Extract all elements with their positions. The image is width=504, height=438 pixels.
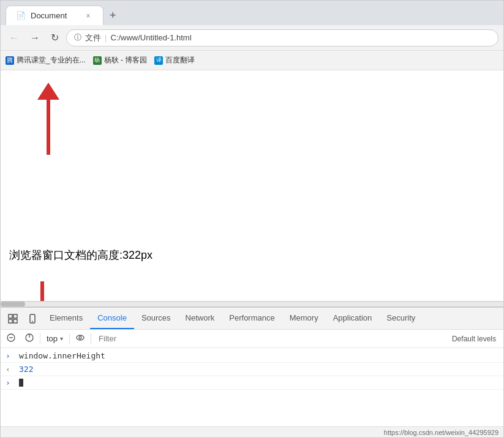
page-height-text: 浏览器窗口文档的高度:322px bbox=[9, 248, 152, 262]
address-url: C:/www/Untitled-1.html bbox=[110, 33, 491, 42]
svg-rect-1 bbox=[13, 314, 17, 318]
status-bar: https://blog.csdn.net/weixin_44295929 bbox=[1, 426, 503, 437]
tab-favicon: 📄 bbox=[16, 11, 26, 20]
devtools-panel: Elements Console Sources Network Perform… bbox=[1, 307, 503, 426]
bookmark-baidu-translate-label: 百度翻译 bbox=[165, 55, 195, 65]
tab-sources-label: Sources bbox=[141, 313, 171, 322]
arrow-down-line bbox=[40, 281, 44, 301]
reload-button[interactable]: ↻ bbox=[47, 29, 62, 46]
cursor-prompt: › bbox=[6, 378, 14, 387]
scrollbar-thumb[interactable] bbox=[1, 302, 25, 306]
arrow-up-line bbox=[47, 100, 50, 155]
clear-icon bbox=[7, 333, 15, 342]
tab-title: Document bbox=[31, 11, 67, 20]
console-filter-input[interactable] bbox=[94, 333, 449, 344]
bookmark-tencent-icon: 腾 bbox=[6, 56, 14, 65]
bookmark-tencent[interactable]: 腾 腾讯课堂_专业的在... bbox=[6, 55, 86, 65]
clear-console-button[interactable] bbox=[3, 332, 19, 345]
console-cursor-line[interactable]: › bbox=[1, 376, 503, 390]
context-label: top bbox=[47, 334, 58, 343]
inspect-element-button[interactable] bbox=[3, 308, 23, 329]
browser-content: 浏览器窗口文档的高度:322px bbox=[1, 70, 503, 437]
horizontal-scrollbar[interactable] bbox=[1, 301, 503, 307]
toolbar-divider bbox=[40, 333, 40, 344]
console-output-line: ‹ 322 bbox=[1, 363, 503, 376]
svg-rect-0 bbox=[9, 314, 12, 318]
tab-elements-label: Elements bbox=[50, 313, 83, 322]
svg-point-11 bbox=[79, 336, 81, 339]
tab-security-label: Security bbox=[386, 313, 415, 322]
console-toolbar: top ▾ Default levels bbox=[1, 330, 503, 348]
tab-console[interactable]: Console bbox=[90, 308, 134, 329]
console-cursor bbox=[19, 379, 23, 387]
page-content: 浏览器窗口文档的高度:322px bbox=[1, 70, 503, 301]
svg-rect-3 bbox=[13, 319, 17, 323]
address-bar[interactable]: ⓘ 文件 | C:/www/Untitled-1.html bbox=[66, 29, 498, 46]
bookmarks-bar: 腾 腾讯课堂_专业的在... 杨 杨耿 - 博客园 译 百度翻译 bbox=[1, 51, 503, 70]
inspect-icon bbox=[8, 314, 18, 324]
tab-bar: 📄 Document × + bbox=[1, 1, 503, 25]
default-levels-label: Default levels bbox=[452, 335, 501, 343]
file-prefix: 文件 bbox=[85, 32, 101, 43]
tab-security[interactable]: Security bbox=[379, 308, 423, 329]
back-button[interactable]: ← bbox=[6, 30, 23, 46]
browser-window: 📄 Document × + ← → ↻ ⓘ 文件 | C:/www/Untit… bbox=[0, 0, 504, 438]
bookmark-baidu-translate-icon: 译 bbox=[154, 56, 163, 65]
tab-elements[interactable]: Elements bbox=[42, 308, 90, 329]
context-selector[interactable]: top ▾ bbox=[43, 333, 67, 344]
output-prompt: ‹ bbox=[6, 365, 14, 374]
toolbar-divider-3 bbox=[91, 333, 91, 344]
address-separator: | bbox=[105, 33, 107, 42]
bookmark-yanggeng[interactable]: 杨 杨耿 - 博客园 bbox=[93, 55, 148, 65]
input-prompt: › bbox=[6, 351, 14, 360]
bookmark-yanggeng-label: 杨耿 - 博客园 bbox=[104, 55, 148, 65]
tab-network[interactable]: Network bbox=[178, 308, 222, 329]
forward-button[interactable]: → bbox=[26, 30, 43, 46]
svg-point-10 bbox=[77, 335, 84, 340]
device-toolbar-button[interactable] bbox=[23, 308, 42, 329]
tab-sources[interactable]: Sources bbox=[134, 308, 178, 329]
device-icon bbox=[28, 314, 37, 324]
arrow-up bbox=[37, 83, 59, 155]
tab-console-label: Console bbox=[97, 313, 127, 322]
bookmark-baidu-translate[interactable]: 译 百度翻译 bbox=[154, 55, 195, 65]
tab-performance-label: Performance bbox=[229, 313, 274, 322]
eye-icon bbox=[76, 333, 85, 342]
tab-close-button[interactable]: × bbox=[83, 11, 93, 21]
arrow-up-head bbox=[37, 83, 59, 100]
status-url: https://blog.csdn.net/weixin_44295929 bbox=[384, 429, 498, 436]
tab-memory[interactable]: Memory bbox=[282, 308, 326, 329]
tab-application[interactable]: Application bbox=[326, 308, 380, 329]
console-output: › window.innerHeight ‹ 322 › bbox=[1, 348, 503, 426]
browser-tab[interactable]: 📄 Document × bbox=[6, 6, 103, 25]
tab-performance[interactable]: Performance bbox=[222, 308, 282, 329]
devtools-tab-bar: Elements Console Sources Network Perform… bbox=[1, 308, 503, 330]
console-input-line: › window.innerHeight bbox=[1, 349, 503, 363]
tab-memory-label: Memory bbox=[290, 313, 318, 322]
arrow-down bbox=[31, 281, 53, 301]
nav-bar: ← → ↻ ⓘ 文件 | C:/www/Untitled-1.html bbox=[1, 25, 503, 51]
filter-icon bbox=[25, 333, 34, 342]
toolbar-divider-2 bbox=[69, 333, 70, 344]
bookmark-tencent-label: 腾讯课堂_专业的在... bbox=[17, 55, 86, 65]
tab-network-label: Network bbox=[186, 313, 215, 322]
svg-rect-2 bbox=[9, 319, 12, 323]
tab-application-label: Application bbox=[333, 313, 372, 322]
eye-button[interactable] bbox=[72, 332, 88, 345]
filter-toggle-button[interactable] bbox=[21, 332, 37, 345]
bookmark-yanggeng-icon: 杨 bbox=[93, 56, 102, 65]
new-tab-button[interactable]: + bbox=[103, 6, 122, 26]
console-value: 322 bbox=[19, 365, 33, 374]
console-command-text: window.innerHeight bbox=[19, 351, 105, 360]
info-icon: ⓘ bbox=[74, 32, 81, 43]
context-dropdown-arrow-icon: ▾ bbox=[60, 335, 63, 342]
